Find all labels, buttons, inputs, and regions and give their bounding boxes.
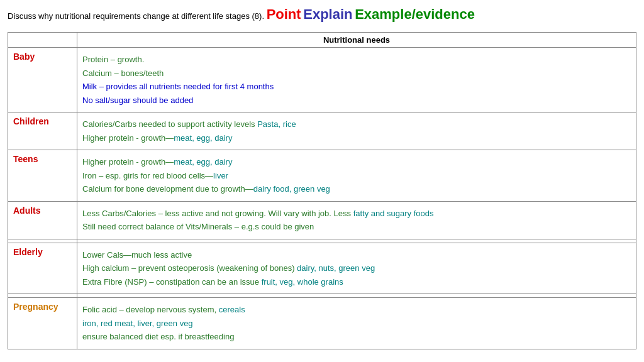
nutrition-line: Iron – esp. girls for red blood cells—li… <box>82 170 631 182</box>
table-row: ChildrenCalories/Carbs needed to support… <box>8 112 636 150</box>
stage-content-children: Calories/Carbs needed to support activit… <box>77 112 636 150</box>
nutrition-line: Higher protein - growth—meat, egg, dairy <box>82 132 631 145</box>
stage-label-adults: Adults <box>8 201 77 239</box>
nutrition-line: Protein – growth. <box>82 53 631 66</box>
nutrition-line: No salt/sugar should be added <box>82 94 631 107</box>
table-header-row: Nutritional needs <box>8 33 636 48</box>
nutrition-line: Calories/Carbs needed to support activit… <box>82 118 631 131</box>
nutrition-line: ensure balanced diet esp. if breastfeedi… <box>82 331 631 343</box>
title-example: Example/evidence <box>355 6 475 22</box>
nutrition-line: Milk – provides all nutrients needed for… <box>82 80 631 93</box>
stage-content-elderly: Lower Cals—much less activeHigh calcium … <box>77 243 636 294</box>
stage-content-teens: Higher protein - growth—meat, egg, dairy… <box>77 150 636 202</box>
nutrition-line: Calcium – bones/teeth <box>82 67 631 80</box>
table-row: ElderlyLower Cals—much less activeHigh c… <box>8 243 636 294</box>
title-explain: Explain <box>303 6 352 22</box>
page-title: Discuss why nutritional requirements cha… <box>8 6 636 23</box>
title-plain: Discuss why nutritional requirements cha… <box>8 11 267 21</box>
nutrition-line: Folic acid – develop nervous system, cer… <box>82 304 631 316</box>
table-row: BabyProtein – growth.Calcium – bones/tee… <box>8 48 636 112</box>
nutrition-line: Extra Fibre (NSP) – constipation can be … <box>82 276 631 288</box>
nutrition-line: Higher protein - growth—meat, egg, dairy <box>82 156 631 168</box>
nutrition-line: Lower Cals—much less active <box>82 249 631 261</box>
nutrition-line: Calcium for bone development due to grow… <box>82 183 631 195</box>
nutritional-needs-header: Nutritional needs <box>77 33 636 48</box>
nutrition-line: Less Carbs/Calories – less active and no… <box>82 207 631 220</box>
nutrition-line: High calcium – prevent osteoperosis (wea… <box>82 262 631 275</box>
nutrition-line: Still need correct balance of Vits/Miner… <box>82 221 631 233</box>
table-row: PregnancyFolic acid – develop nervous sy… <box>8 298 636 349</box>
stage-label-teens: Teens <box>8 150 77 202</box>
stage-content-adults: Less Carbs/Calories – less active and no… <box>77 201 636 239</box>
stage-content-baby: Protein – growth.Calcium – bones/teethMi… <box>77 48 636 112</box>
nutrition-line: iron, red meat, liver, green veg <box>82 317 631 330</box>
table-row: AdultsLess Carbs/Calories – less active … <box>8 201 636 239</box>
stage-label-children: Children <box>8 112 77 150</box>
stage-label-pregnancy: Pregnancy <box>8 298 77 349</box>
table-row: TeensHigher protein - growth—meat, egg, … <box>8 150 636 202</box>
stage-header <box>8 33 77 48</box>
stage-content-pregnancy: Folic acid – develop nervous system, cer… <box>77 298 636 349</box>
stage-label-baby: Baby <box>8 48 77 112</box>
nutrition-table: Nutritional needs BabyProtein – growth.C… <box>8 32 636 349</box>
stage-label-elderly: Elderly <box>8 243 77 294</box>
title-point: Point <box>267 6 301 22</box>
